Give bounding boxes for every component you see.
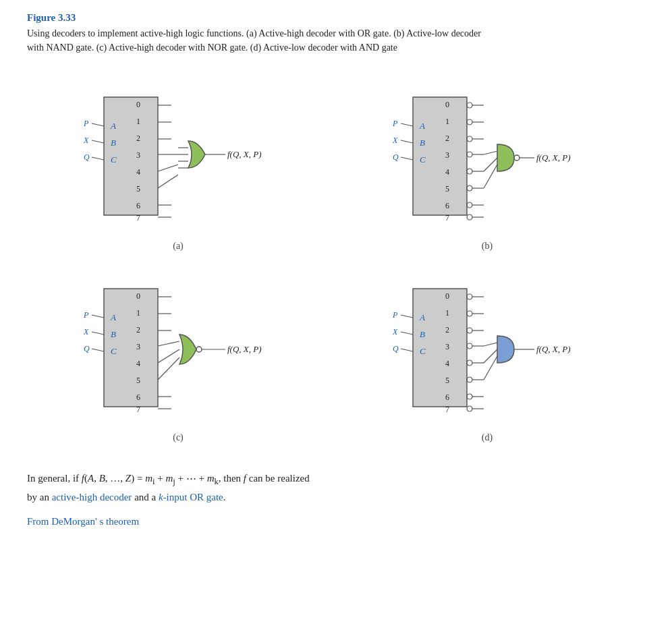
svg-text:6: 6 bbox=[136, 393, 140, 402]
figure-caption: Using decoders to implement active-high … bbox=[27, 26, 486, 55]
svg-text:7: 7 bbox=[136, 213, 140, 223]
svg-line-118 bbox=[401, 349, 413, 351]
svg-line-68 bbox=[484, 165, 497, 188]
svg-point-126 bbox=[467, 406, 472, 411]
diagram-d-label: (d) bbox=[482, 432, 493, 443]
svg-line-13 bbox=[92, 123, 104, 126]
svg-text:5: 5 bbox=[445, 376, 449, 385]
diagram-b-svg: A B C 0 1 2 3 4 5 6 7 P X Q bbox=[372, 74, 602, 235]
diagram-a: A B C 0 1 2 3 4 5 6 7 P X Q bbox=[27, 67, 336, 258]
svg-text:0: 0 bbox=[136, 291, 140, 301]
svg-text:0: 0 bbox=[445, 100, 449, 109]
svg-text:4: 4 bbox=[445, 359, 449, 368]
svg-line-85 bbox=[92, 315, 104, 318]
svg-text:C: C bbox=[420, 154, 426, 165]
diagram-d-svg: A B C 0 1 2 3 4 5 6 7 P X Q bbox=[372, 265, 602, 427]
svg-line-87 bbox=[92, 332, 104, 335]
svg-text:C: C bbox=[111, 346, 117, 356]
svg-text:6: 6 bbox=[136, 201, 140, 210]
svg-text:5: 5 bbox=[445, 184, 449, 194]
svg-text:3: 3 bbox=[445, 150, 449, 160]
svg-text:7: 7 bbox=[136, 405, 140, 414]
svg-text:A: A bbox=[110, 121, 116, 131]
svg-text:C: C bbox=[420, 346, 426, 356]
svg-point-53 bbox=[467, 152, 472, 157]
svg-line-49 bbox=[401, 157, 413, 160]
svg-line-89 bbox=[92, 349, 104, 351]
diagram-b-label: (b) bbox=[482, 241, 493, 252]
svg-line-137 bbox=[484, 356, 497, 380]
svg-text:5: 5 bbox=[136, 376, 140, 385]
svg-line-95 bbox=[158, 341, 179, 346]
svg-text:1: 1 bbox=[445, 117, 449, 126]
svg-line-45 bbox=[401, 123, 413, 126]
svg-text:7: 7 bbox=[445, 213, 449, 223]
svg-text:A: A bbox=[419, 312, 425, 322]
svg-point-69 bbox=[514, 155, 520, 161]
svg-text:4: 4 bbox=[136, 167, 140, 177]
svg-text:0: 0 bbox=[445, 291, 449, 301]
svg-text:1: 1 bbox=[136, 308, 140, 318]
diagram-c: A B C 0 1 2 3 4 5 6 7 P X Q bbox=[27, 258, 336, 450]
svg-text:2: 2 bbox=[445, 134, 449, 143]
svg-text:3: 3 bbox=[136, 342, 140, 351]
svg-text:6: 6 bbox=[445, 393, 449, 402]
svg-text:P: P bbox=[83, 119, 89, 128]
svg-text:4: 4 bbox=[445, 167, 449, 177]
diagram-a-label: (a) bbox=[173, 241, 184, 252]
svg-text:1: 1 bbox=[445, 308, 449, 318]
svg-text:X: X bbox=[83, 327, 89, 337]
svg-text:P: P bbox=[392, 119, 398, 128]
svg-text:B: B bbox=[420, 138, 425, 148]
diagram-a-svg: A B C 0 1 2 3 4 5 6 7 P X Q bbox=[63, 74, 293, 235]
svg-text:X: X bbox=[83, 136, 89, 145]
diagram-b: A B C 0 1 2 3 4 5 6 7 P X Q bbox=[336, 67, 645, 258]
svg-point-98 bbox=[196, 347, 202, 352]
svg-text:3: 3 bbox=[136, 150, 140, 160]
svg-text:f(Q, X, P): f(Q, X, P) bbox=[227, 149, 262, 159]
svg-text:Q: Q bbox=[84, 344, 90, 353]
diagram-c-svg: A B C 0 1 2 3 4 5 6 7 P X Q bbox=[63, 265, 293, 427]
svg-text:Q: Q bbox=[84, 152, 90, 162]
svg-line-17 bbox=[92, 157, 104, 160]
demorgan-text: From DeMorgan' s theorem bbox=[27, 516, 645, 527]
svg-line-116 bbox=[401, 332, 413, 335]
svg-line-47 bbox=[401, 140, 413, 143]
svg-point-119 bbox=[467, 294, 472, 299]
svg-text:5: 5 bbox=[136, 184, 140, 194]
svg-text:P: P bbox=[392, 310, 398, 320]
svg-point-56 bbox=[467, 202, 472, 208]
svg-point-50 bbox=[467, 103, 472, 108]
svg-text:B: B bbox=[111, 138, 116, 148]
svg-text:C: C bbox=[111, 154, 117, 165]
svg-point-51 bbox=[467, 119, 472, 125]
svg-text:7: 7 bbox=[445, 405, 449, 414]
svg-text:P: P bbox=[83, 310, 89, 320]
svg-text:2: 2 bbox=[445, 325, 449, 335]
svg-point-125 bbox=[467, 394, 472, 399]
svg-text:A: A bbox=[419, 121, 425, 131]
svg-line-114 bbox=[401, 315, 413, 318]
svg-text:B: B bbox=[420, 329, 425, 339]
diagram-d: A B C 0 1 2 3 4 5 6 7 P X Q bbox=[336, 258, 645, 450]
svg-text:4: 4 bbox=[136, 359, 140, 368]
svg-point-121 bbox=[467, 328, 472, 333]
svg-line-67 bbox=[484, 158, 497, 171]
svg-point-52 bbox=[467, 136, 472, 142]
svg-line-66 bbox=[484, 151, 497, 154]
active-high-decoder-link: active-high decoder bbox=[52, 492, 132, 502]
svg-line-15 bbox=[92, 140, 104, 143]
svg-text:Q: Q bbox=[393, 344, 399, 353]
svg-point-54 bbox=[467, 169, 472, 174]
svg-text:2: 2 bbox=[136, 134, 140, 143]
svg-text:X: X bbox=[392, 136, 398, 145]
diagram-c-label: (c) bbox=[173, 432, 184, 443]
svg-text:Q: Q bbox=[393, 152, 399, 162]
svg-text:f(Q, X, P): f(Q, X, P) bbox=[227, 344, 262, 354]
svg-point-57 bbox=[467, 214, 472, 220]
figure-title: Figure 3.33 bbox=[27, 12, 645, 24]
svg-line-135 bbox=[484, 343, 497, 346]
svg-line-19 bbox=[158, 165, 178, 171]
svg-point-122 bbox=[467, 343, 472, 349]
svg-point-55 bbox=[467, 185, 472, 191]
